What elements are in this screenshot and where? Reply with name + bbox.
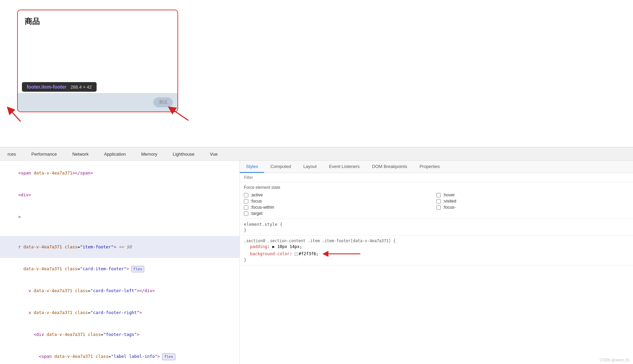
css-close-brace: } bbox=[244, 228, 629, 233]
state-hover: :hover bbox=[436, 193, 629, 197]
tab-memory[interactable]: Memory bbox=[134, 147, 165, 160]
html-line-1: <span data-v-4ea7a371></span> bbox=[0, 162, 239, 184]
state-grid: :active :hover :focus :visited :focus-wi… bbox=[244, 193, 629, 216]
force-state-section: Force element state :active :hover :focu… bbox=[240, 182, 633, 219]
html-line-3: > bbox=[0, 206, 239, 228]
css-rule-close: } bbox=[244, 258, 629, 262]
styles-tab-event-listeners[interactable]: Event Listeners bbox=[323, 161, 366, 173]
checkbox-target[interactable] bbox=[244, 211, 248, 216]
tab-sources[interactable]: rces bbox=[0, 147, 24, 160]
styles-tab-layout[interactable]: Layout bbox=[297, 161, 323, 173]
watermark: CSDN @seed_01 bbox=[599, 358, 630, 362]
card-footer-area: 测试 bbox=[18, 93, 177, 112]
css-prop-bgcolor: background-color: #f2f3f6; bbox=[250, 250, 629, 258]
html-line-selected[interactable]: r data-v-4ea7a371 class="item-footer"> =… bbox=[0, 236, 239, 258]
styles-panel: Styles Computed Layout Event Listeners D… bbox=[240, 161, 633, 364]
element-tooltip: footer.item-footer 288.4 × 42 bbox=[22, 82, 97, 92]
html-line-7: v data-v-4ea7a371 class="card-footer-rig… bbox=[0, 302, 239, 324]
html-line-2: <div> bbox=[0, 184, 239, 206]
styles-tab-styles[interactable]: Styles bbox=[240, 161, 264, 173]
tab-lighthouse[interactable]: Lighthouse bbox=[165, 147, 202, 160]
color-swatch bbox=[295, 252, 298, 256]
checkbox-focus-within[interactable] bbox=[244, 205, 248, 210]
tab-performance[interactable]: Performance bbox=[24, 147, 65, 160]
checkbox-focus[interactable] bbox=[244, 199, 248, 204]
styles-tabs: Styles Computed Layout Event Listeners D… bbox=[240, 161, 633, 173]
styles-tab-properties[interactable]: Properties bbox=[413, 161, 446, 173]
devtools-content: <span data-v-4ea7a371></span> <div> > r … bbox=[0, 161, 633, 364]
css-rule-selector: .section0 .section-content .item .item-f… bbox=[244, 238, 629, 243]
state-active: :active bbox=[244, 193, 436, 197]
tab-network[interactable]: Network bbox=[65, 147, 97, 160]
preview-area: 商品 footer.item-footer 288.4 × 42 测试 bbox=[0, 0, 633, 147]
force-state-label: Force element state bbox=[244, 185, 629, 190]
filter-bar bbox=[240, 173, 633, 182]
card-preview: 商品 footer.item-footer 288.4 × 42 测试 bbox=[17, 10, 178, 112]
html-line-5: data-v-4ea7a371 class="card-item-footer"… bbox=[0, 258, 239, 280]
checkbox-active[interactable] bbox=[244, 193, 248, 197]
checkbox-hover[interactable] bbox=[436, 193, 441, 197]
element-style-section: element.style { } bbox=[240, 219, 633, 236]
css-element-style-selector: element.style { bbox=[244, 222, 629, 227]
html-line-9: <span data-v-4ea7a371 class="label label… bbox=[0, 346, 239, 364]
html-line-8: <div data-v-4ea7a371 class="footer-tags"… bbox=[0, 324, 239, 346]
html-line-4 bbox=[0, 228, 239, 236]
css-rule-body: padding: ▶ 10px 14px; background-color: … bbox=[244, 244, 629, 258]
checkbox-focus-dash[interactable] bbox=[436, 205, 441, 210]
state-target: :target bbox=[244, 211, 436, 216]
styles-tab-computed[interactable]: Computed bbox=[264, 161, 297, 173]
html-panel: <span data-v-4ea7a371></span> <div> > r … bbox=[0, 161, 240, 364]
state-focus-dash: :focus- bbox=[436, 205, 629, 210]
styles-tab-dom-breakpoints[interactable]: DOM Breakpoints bbox=[366, 161, 413, 173]
state-visited: :visited bbox=[436, 199, 629, 204]
inline-arrow-svg bbox=[323, 250, 364, 258]
css-prop-padding: padding: ▶ 10px 14px; bbox=[250, 244, 629, 249]
state-focus-within: :focus-within bbox=[244, 205, 436, 210]
tooltip-dimensions: 288.4 × 42 bbox=[71, 84, 92, 90]
tab-vue[interactable]: Vue bbox=[202, 147, 226, 160]
card-title: 商品 bbox=[18, 10, 177, 27]
devtools-tabbar: rces Performance Network Application Mem… bbox=[0, 147, 633, 161]
filter-input[interactable] bbox=[244, 175, 312, 180]
html-line-6: v data-v-4ea7a371 class="card-footer-lef… bbox=[0, 280, 239, 302]
tab-application[interactable]: Application bbox=[97, 147, 134, 160]
state-focus: :focus bbox=[244, 199, 436, 204]
tooltip-class: footer.item-footer bbox=[27, 84, 66, 90]
checkbox-visited[interactable] bbox=[436, 199, 441, 204]
test-button[interactable]: 测试 bbox=[153, 98, 173, 107]
css-rule-section: .section0 .section-content .item .item-f… bbox=[240, 236, 633, 265]
